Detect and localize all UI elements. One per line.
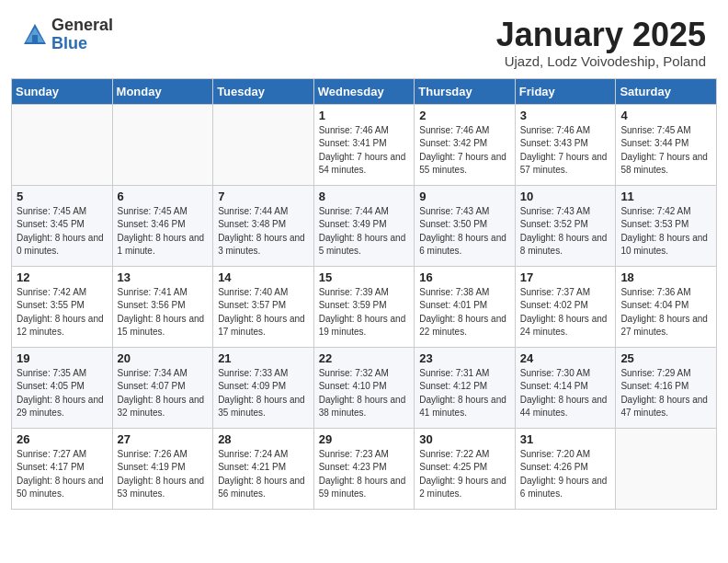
calendar-cell: 5Sunrise: 7:45 AM Sunset: 3:45 PM Daylig… [12,185,113,266]
day-info: Sunrise: 7:34 AM Sunset: 4:07 PM Dayligh… [118,367,209,420]
day-info: Sunrise: 7:23 AM Sunset: 4:23 PM Dayligh… [319,448,410,501]
day-number: 20 [118,351,209,365]
day-info: Sunrise: 7:26 AM Sunset: 4:19 PM Dayligh… [118,448,209,501]
calendar-cell: 15Sunrise: 7:39 AM Sunset: 3:59 PM Dayli… [313,266,415,347]
calendar-cell: 30Sunrise: 7:22 AM Sunset: 4:25 PM Dayli… [415,428,516,509]
day-info: Sunrise: 7:42 AM Sunset: 3:53 PM Dayligh… [620,205,711,259]
day-info: Sunrise: 7:45 AM Sunset: 3:44 PM Dayligh… [620,124,711,178]
day-of-week-header: Sunday [12,78,113,104]
day-info: Sunrise: 7:46 AM Sunset: 3:42 PM Dayligh… [419,124,510,178]
day-info: Sunrise: 7:30 AM Sunset: 4:14 PM Dayligh… [520,367,611,420]
day-info: Sunrise: 7:37 AM Sunset: 4:02 PM Dayligh… [520,286,611,339]
day-number: 23 [419,351,510,365]
day-info: Sunrise: 7:46 AM Sunset: 3:43 PM Dayligh… [520,124,611,178]
day-number: 5 [17,190,108,203]
day-of-week-header: Monday [112,78,213,104]
svg-rect-2 [32,35,38,42]
calendar-cell [112,104,213,185]
calendar-cell: 4Sunrise: 7:45 AM Sunset: 3:44 PM Daylig… [616,104,717,185]
calendar-week-row: 12Sunrise: 7:42 AM Sunset: 3:55 PM Dayli… [12,266,717,347]
day-number: 12 [17,270,108,284]
day-of-week-header: Saturday [616,78,717,104]
day-number: 2 [419,109,510,122]
page-container: General Blue January 2025 Ujazd, Lodz Vo… [0,0,728,521]
day-info: Sunrise: 7:40 AM Sunset: 3:57 PM Dayligh… [218,286,309,339]
calendar-cell: 23Sunrise: 7:31 AM Sunset: 4:12 PM Dayli… [415,347,516,428]
day-number: 27 [118,432,209,446]
calendar-cell: 12Sunrise: 7:42 AM Sunset: 3:55 PM Dayli… [12,266,113,347]
day-number: 9 [419,190,510,203]
day-number: 11 [620,190,711,203]
day-info: Sunrise: 7:41 AM Sunset: 3:56 PM Dayligh… [118,286,209,339]
day-info: Sunrise: 7:38 AM Sunset: 4:01 PM Dayligh… [419,286,510,339]
day-info: Sunrise: 7:42 AM Sunset: 3:55 PM Dayligh… [17,286,108,339]
day-info: Sunrise: 7:35 AM Sunset: 4:05 PM Dayligh… [17,367,108,420]
day-number: 1 [319,109,410,122]
calendar-cell: 19Sunrise: 7:35 AM Sunset: 4:05 PM Dayli… [12,347,113,428]
calendar-cell: 13Sunrise: 7:41 AM Sunset: 3:56 PM Dayli… [112,266,213,347]
calendar-cell: 20Sunrise: 7:34 AM Sunset: 4:07 PM Dayli… [112,347,213,428]
logo-blue: Blue [51,35,113,53]
calendar-cell: 18Sunrise: 7:36 AM Sunset: 4:04 PM Dayli… [616,266,717,347]
day-info: Sunrise: 7:44 AM Sunset: 3:48 PM Dayligh… [218,205,309,259]
day-number: 25 [620,351,711,365]
day-info: Sunrise: 7:39 AM Sunset: 3:59 PM Dayligh… [319,286,410,339]
day-number: 10 [520,190,611,203]
day-info: Sunrise: 7:20 AM Sunset: 4:26 PM Dayligh… [520,448,611,501]
calendar-week-row: 1Sunrise: 7:46 AM Sunset: 3:41 PM Daylig… [12,104,717,185]
calendar-cell [213,104,314,185]
day-number: 8 [319,190,410,203]
calendar-week-row: 26Sunrise: 7:27 AM Sunset: 4:17 PM Dayli… [12,428,717,509]
day-number: 3 [520,109,611,122]
day-number: 4 [620,109,711,122]
day-number: 19 [17,351,108,365]
header: General Blue January 2025 Ujazd, Lodz Vo… [0,0,728,78]
day-info: Sunrise: 7:45 AM Sunset: 3:46 PM Dayligh… [118,205,209,259]
logo-icon [22,22,48,48]
calendar-cell: 7Sunrise: 7:44 AM Sunset: 3:48 PM Daylig… [213,185,314,266]
day-info: Sunrise: 7:45 AM Sunset: 3:45 PM Dayligh… [17,205,108,259]
day-info: Sunrise: 7:24 AM Sunset: 4:21 PM Dayligh… [218,448,309,501]
calendar-cell: 26Sunrise: 7:27 AM Sunset: 4:17 PM Dayli… [12,428,113,509]
calendar-cell: 29Sunrise: 7:23 AM Sunset: 4:23 PM Dayli… [313,428,415,509]
day-number: 21 [218,351,309,365]
day-number: 26 [17,432,108,446]
calendar-cell: 11Sunrise: 7:42 AM Sunset: 3:53 PM Dayli… [616,185,717,266]
calendar-cell [616,428,717,509]
calendar-cell: 3Sunrise: 7:46 AM Sunset: 3:43 PM Daylig… [515,104,616,185]
day-number: 7 [218,190,309,203]
day-number: 15 [319,270,410,284]
calendar-week-row: 19Sunrise: 7:35 AM Sunset: 4:05 PM Dayli… [12,347,717,428]
day-info: Sunrise: 7:32 AM Sunset: 4:10 PM Dayligh… [319,367,410,420]
calendar-cell: 9Sunrise: 7:43 AM Sunset: 3:50 PM Daylig… [415,185,516,266]
day-number: 22 [319,351,410,365]
day-number: 17 [520,270,611,284]
logo-general: General [51,17,113,35]
day-info: Sunrise: 7:43 AM Sunset: 3:52 PM Dayligh… [520,205,611,259]
calendar-cell: 14Sunrise: 7:40 AM Sunset: 3:57 PM Dayli… [213,266,314,347]
calendar-wrapper: SundayMondayTuesdayWednesdayThursdayFrid… [0,78,728,521]
calendar-cell: 6Sunrise: 7:45 AM Sunset: 3:46 PM Daylig… [112,185,213,266]
day-of-week-header: Tuesday [213,78,314,104]
calendar-cell: 27Sunrise: 7:26 AM Sunset: 4:19 PM Dayli… [112,428,213,509]
day-info: Sunrise: 7:29 AM Sunset: 4:16 PM Dayligh… [620,367,711,420]
day-number: 28 [218,432,309,446]
day-of-week-header: Wednesday [313,78,415,104]
day-number: 14 [218,270,309,284]
calendar-table: SundayMondayTuesdayWednesdayThursdayFrid… [11,78,717,510]
calendar-cell: 17Sunrise: 7:37 AM Sunset: 4:02 PM Dayli… [515,266,616,347]
calendar-cell: 1Sunrise: 7:46 AM Sunset: 3:41 PM Daylig… [313,104,415,185]
day-of-week-header: Thursday [415,78,516,104]
day-number: 16 [419,270,510,284]
day-info: Sunrise: 7:33 AM Sunset: 4:09 PM Dayligh… [218,367,309,420]
day-number: 24 [520,351,611,365]
calendar-cell: 8Sunrise: 7:44 AM Sunset: 3:49 PM Daylig… [313,185,415,266]
day-number: 29 [319,432,410,446]
day-number: 30 [419,432,510,446]
logo-text: General Blue [51,17,113,53]
day-info: Sunrise: 7:22 AM Sunset: 4:25 PM Dayligh… [419,448,510,501]
day-of-week-header: Friday [515,78,616,104]
calendar-cell: 22Sunrise: 7:32 AM Sunset: 4:10 PM Dayli… [313,347,415,428]
day-info: Sunrise: 7:44 AM Sunset: 3:49 PM Dayligh… [319,205,410,259]
day-info: Sunrise: 7:36 AM Sunset: 4:04 PM Dayligh… [620,286,711,339]
